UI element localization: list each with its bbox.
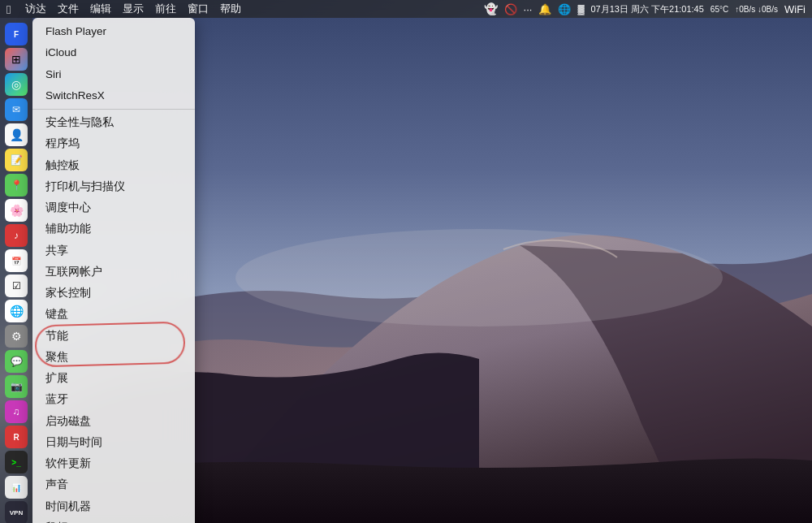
menubar:  访达 文件 编辑 显示 前往 窗口 帮助 👻 🚫 ··· 🔔 🌐 ▓ 07月… [0, 0, 812, 18]
globe-icon: 🌐 [558, 3, 571, 15]
menu-item-switchresx[interactable]: SwitchResX [32, 85, 195, 106]
dropdown-menu: Flash Player iCloud Siri SwitchResX 安全性与… [32, 18, 195, 523]
temp-display: 65°C [710, 5, 728, 14]
battery-icon: ▓ [577, 4, 584, 14]
dock-icon-itunes[interactable]: ♫ [5, 400, 28, 423]
dock-icon-finder[interactable]: F [5, 23, 28, 45]
apple-menu[interactable]:  [6, 2, 11, 16]
window-menu[interactable]: 窗口 [188, 2, 209, 16]
network-speed: ↑0B/s ↓0B/s [735, 5, 778, 14]
menu-item-security[interactable]: 安全性与隐私 [32, 112, 195, 133]
menu-item-printers[interactable]: 打印机与扫描仪 [32, 176, 195, 197]
dock-icon-facetime[interactable]: 📷 [5, 375, 28, 398]
dock-icon-mail[interactable]: ✉ [5, 98, 28, 121]
dock-icon-safari[interactable]: ◎ [5, 73, 28, 96]
menu-item-accessibility[interactable]: 辅助功能 [32, 218, 195, 240]
menu-item-mouse[interactable]: 鼠标 [32, 517, 195, 523]
menu-item-extensions[interactable]: 扩展 [32, 368, 195, 389]
file-menu[interactable]: 文件 [58, 2, 79, 16]
datetime-display[interactable]: 07月13日 周六 下午21:01:45 [590, 3, 703, 15]
dock-icon-launchpad[interactable]: ⊞ [5, 48, 28, 71]
dock-icon-chrome[interactable]: 🌐 [5, 300, 28, 322]
dock-icon-activity[interactable]: 📊 [5, 476, 28, 499]
menu-item-focus[interactable]: 聚焦 [32, 347, 195, 368]
dock-icon-preferences[interactable]: ⚙ [5, 325, 28, 348]
menu-item-time-machine[interactable]: 时间机器 [32, 496, 195, 517]
finder-menu[interactable]: 访达 [25, 2, 46, 16]
menubar-right: 👻 🚫 ··· 🔔 🌐 ▓ 07月13日 周六 下午21:01:45 65°C … [484, 2, 806, 15]
menu-item-siri[interactable]: Siri [32, 64, 195, 85]
menu-item-bluetooth[interactable]: 蓝牙 [32, 389, 195, 410]
svg-point-1 [235, 229, 723, 326]
menu-item-sound[interactable]: 声音 [32, 474, 195, 495]
menu-item-mission-control[interactable]: 调度中心 [32, 197, 195, 218]
wifi-icon: WiFi [784, 3, 806, 15]
menu-item-icloud[interactable]: iCloud [32, 42, 195, 63]
menu-item-dock[interactable]: 程序坞 [32, 133, 195, 154]
go-menu[interactable]: 前往 [155, 2, 176, 16]
edit-menu[interactable]: 编辑 [90, 2, 111, 16]
notification-icon[interactable]: 🔔 [538, 3, 551, 15]
menubar-left:  访达 文件 编辑 显示 前往 窗口 帮助 [6, 2, 241, 16]
ghost-icon[interactable]: 👻 [484, 2, 498, 15]
dots-icon: ··· [524, 3, 533, 15]
menu-item-software-update[interactable]: 软件更新 [32, 453, 195, 474]
menu-item-keyboard[interactable]: 键盘 [32, 304, 195, 325]
dock-icon-photos[interactable]: 🌸 [5, 199, 28, 222]
dock-icon-app1[interactable]: R [5, 426, 28, 448]
dock-icon-music[interactable]: ♪ [5, 224, 28, 247]
menu-separator-1 [32, 109, 195, 110]
help-menu[interactable]: 帮助 [220, 2, 241, 16]
menu-item-date-time[interactable]: 日期与时间 [32, 432, 195, 453]
dock-icon-reminders[interactable]: ☑ [5, 274, 28, 297]
dock-icon-terminal[interactable]: >_ [5, 451, 28, 473]
dock-icon-calendar[interactable]: 📅 [5, 249, 28, 272]
menu-item-sharing[interactable]: 共享 [32, 240, 195, 262]
dock-icon-contacts[interactable]: 👤 [5, 123, 28, 146]
menu-item-trackpad[interactable]: 触控板 [32, 155, 195, 176]
no-entry-icon: 🚫 [504, 3, 517, 15]
dock-icon-maps[interactable]: 📍 [5, 174, 28, 197]
view-menu[interactable]: 显示 [123, 2, 144, 16]
menu-item-internet-accounts[interactable]: 互联网帐户 [32, 262, 195, 283]
dock-icon-messages[interactable]: 💬 [5, 350, 28, 373]
dock-icon-notes[interactable]: 📝 [5, 149, 28, 171]
menu-item-flash-player[interactable]: Flash Player [32, 21, 195, 42]
dock-icon-vpn[interactable]: VPN [5, 501, 28, 523]
menu-item-startup-disk[interactable]: 启动磁盘 [32, 411, 195, 432]
menu-item-parental-controls[interactable]: 家长控制 [32, 283, 195, 304]
menu-item-energy-saver[interactable]: 节能 [32, 326, 195, 347]
dock: F ⊞ ◎ ✉ 👤 📝 📍 🌸 ♪ 📅 ☑ 🌐 ⚙ 💬 📷 ♫ R >_ 📊 V… [0, 18, 32, 523]
